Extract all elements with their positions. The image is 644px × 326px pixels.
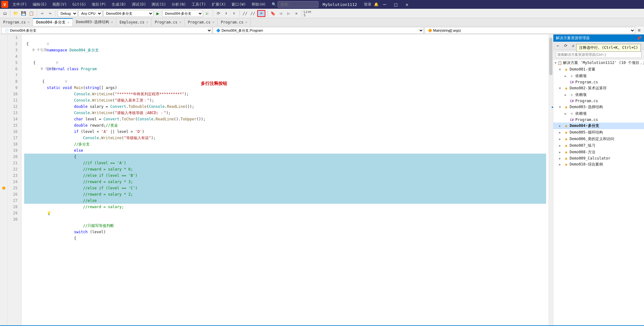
arrow-demo003: ▼: [559, 105, 563, 109]
bp-25: [2, 187, 5, 190]
code-line-1: ▽ namespace Demo004_多分支: [24, 34, 546, 41]
multi-comment-button[interactable]: ≡: [257, 10, 265, 17]
panel-pin-button[interactable]: 📌: [637, 36, 641, 40]
tab-program-cs-4[interactable]: Program.cs ✕: [218, 18, 251, 26]
open-button[interactable]: 📁: [12, 10, 19, 17]
menu-extensions[interactable]: 扩展(X): [209, 1, 229, 8]
panel-sync-button[interactable]: ⟳: [562, 42, 569, 49]
menu-test[interactable]: 测试(S): [149, 1, 168, 8]
panel-back-button[interactable]: ←: [555, 42, 562, 49]
live-share-button[interactable]: Live S: [304, 10, 311, 17]
bp-7: [2, 74, 5, 77]
platform-dropdown[interactable]: Any CPU: [78, 10, 102, 17]
menu-view[interactable]: 视图(V): [50, 1, 69, 8]
arrow-demo001: ▼: [559, 68, 563, 71]
code-content[interactable]: ▽ namespace Demo004_多分支 { 0 个引用 ▽ intern…: [22, 34, 549, 325]
project-select-dropdown[interactable]: Demo004-多分支: [103, 10, 153, 17]
prev-bookmark-button[interactable]: ◁: [277, 10, 284, 17]
fold-icon-1[interactable]: ▽: [47, 41, 51, 47]
tab-demo003[interactable]: Demo003-选择结构 ✕: [73, 18, 116, 26]
tab-close-icon-4[interactable]: ✕: [146, 20, 148, 24]
menu-file[interactable]: 文件(F): [10, 1, 29, 8]
login-label[interactable]: 登录: [364, 2, 371, 7]
menu-debug[interactable]: 调试(D): [129, 1, 149, 8]
maximize-button[interactable]: □: [391, 2, 401, 8]
tab-close-icon-6[interactable]: ✕: [212, 20, 214, 24]
bp-4: [2, 55, 5, 58]
code-area[interactable]: 1 2 3 4 5 6 7 8 9 10 11 12 13 14 15 16 1…: [0, 34, 553, 325]
tree-item-demo005[interactable]: ▶ ▣ Demo005-循环结构: [553, 129, 644, 136]
gutter-line-18: [0, 141, 7, 147]
tree-item-demo010[interactable]: ▶ ▣ Demo010-综合案例: [553, 161, 644, 168]
tree-item-demo003[interactable]: ▼ ▣ Demo003-选择结构: [553, 104, 644, 110]
redo-button[interactable]: ↪: [47, 10, 54, 17]
config-dropdown[interactable]: Debug: [58, 10, 77, 17]
tree-item-demo007[interactable]: ▶ ▣ Demo007_练习: [553, 142, 644, 149]
menu-edit[interactable]: 编辑(E): [30, 1, 50, 8]
tab-close-icon[interactable]: ✕: [28, 20, 29, 24]
tree-item-demo006[interactable]: ▶ ▣ Demo006_类的定义和访问: [553, 136, 644, 142]
tab-program-cs-1[interactable]: Program.cs ✕: [0, 18, 33, 26]
fold-icon-3[interactable]: ▽: [56, 60, 60, 66]
tab-program-cs-2[interactable]: Program.cs ✕: [152, 18, 184, 26]
code-editor[interactable]: 多行注释按钮: [0, 34, 553, 325]
new-project-button[interactable]: 🗂: [1, 10, 8, 17]
solution-root[interactable]: ▼ 📋 解决方案 'MySolution1112' (10 个项目，共 10: [553, 60, 644, 66]
gutter-line-10: [0, 91, 7, 97]
editor-scrollbar[interactable]: [549, 34, 553, 325]
fold-icon-5[interactable]: ▽: [65, 78, 69, 85]
run-project-dropdown[interactable]: Demo004-多分支: [162, 10, 203, 17]
clear-bookmarks-button[interactable]: ✕: [293, 10, 300, 17]
minimize-button[interactable]: ─: [379, 2, 390, 8]
gutter-line-12: [0, 103, 7, 110]
class-address-dropdown[interactable]: 🔷 Demo004_多分支.Program: [213, 27, 423, 34]
tab-demo004[interactable]: Demo004-多分支 ✕: [33, 18, 73, 26]
git-pull-button[interactable]: ⬇: [223, 10, 230, 17]
tree-item-demo004[interactable]: ▶ ▣ Demo004-多分支: [553, 123, 644, 129]
save-all-button[interactable]: 📋: [28, 10, 35, 17]
next-bookmark-button[interactable]: ▷: [285, 10, 292, 17]
global-search-input[interactable]: [278, 1, 318, 8]
label-demo004: Demo004-多分支: [570, 123, 599, 129]
bp-27: [2, 199, 5, 202]
tree-item-demo001-dep[interactable]: ▶ ⚙ 依赖项: [553, 73, 644, 79]
scrollbar-thumb[interactable]: [549, 38, 552, 75]
comment-line-button[interactable]: //: [242, 10, 248, 17]
tab-program-cs-3[interactable]: Program.cs ✕: [185, 18, 218, 26]
panel-refresh-button[interactable]: ↺: [570, 42, 577, 49]
close-button[interactable]: ✕: [402, 2, 412, 8]
run-no-debug-button[interactable]: ▷: [204, 10, 211, 17]
menu-build[interactable]: 生成(B): [109, 1, 129, 8]
tab-close-icon-2[interactable]: ✕: [67, 21, 69, 24]
bookmark-button[interactable]: 🔖: [269, 10, 276, 17]
addr-expand-button[interactable]: ⊞: [636, 27, 643, 34]
tree-item-demo002-dep[interactable]: ▶ ⚙ 依赖项: [553, 92, 644, 98]
undo-button[interactable]: ↩: [39, 10, 46, 17]
uncomment-line-button[interactable]: //: [249, 10, 256, 17]
project-address-dropdown[interactable]: 📄 Demo004-多分支: [1, 27, 212, 34]
menu-project[interactable]: 项目(P): [89, 1, 109, 8]
panel-search-input[interactable]: [556, 51, 641, 58]
tree-item-demo001[interactable]: ▼ ▣ Demo001-变量: [553, 66, 644, 73]
save-button[interactable]: 💾: [20, 10, 27, 17]
menu-git[interactable]: Git(G): [70, 2, 88, 7]
tree-item-demo002[interactable]: ▼ ▣ Demo002-算术运算符: [553, 85, 644, 92]
menu-tools[interactable]: 工具(T): [189, 1, 209, 8]
menu-help[interactable]: 帮助(H): [249, 1, 269, 8]
tree-item-demo001-cs[interactable]: C# Program.cs: [553, 79, 644, 85]
tree-item-demo008[interactable]: ▶ ▣ Demo008-方法: [553, 149, 644, 155]
run-button[interactable]: ▶: [154, 10, 161, 17]
method-address-dropdown[interactable]: 🔶 Main(string[] args): [424, 27, 635, 34]
git-push-button[interactable]: ⬆: [231, 10, 237, 17]
tab-close-icon-3[interactable]: ✕: [111, 20, 113, 24]
git-button[interactable]: ⟳: [215, 10, 222, 17]
tab-close-icon-5[interactable]: ✕: [179, 20, 181, 24]
tree-item-demo009[interactable]: ▶ ▣ Demo009_Calculator: [553, 155, 644, 161]
tree-item-demo002-cs[interactable]: C# Program.cs: [553, 98, 644, 104]
tree-item-demo003-dep[interactable]: ▶ ⚙ 依赖项: [553, 110, 644, 117]
menu-window[interactable]: 窗口(W): [229, 1, 248, 8]
tab-close-icon-7[interactable]: ✕: [245, 20, 247, 24]
tab-employee[interactable]: Employee.cs ✕: [116, 18, 152, 26]
tree-item-demo003-cs[interactable]: C# Program.cs: [553, 117, 644, 123]
menu-analyze[interactable]: 分析(N): [169, 1, 189, 8]
